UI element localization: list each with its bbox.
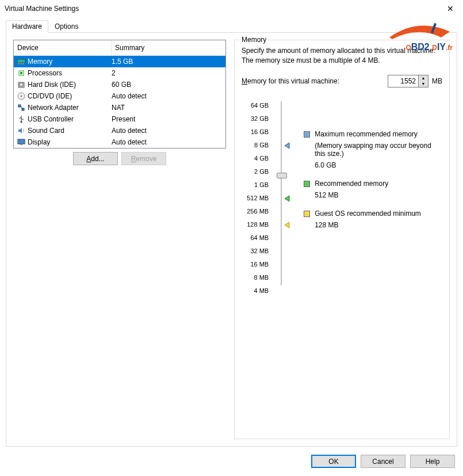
device-summary: Auto detect [112,138,225,146]
memory-label: Memory for this virtual machine: [242,77,339,85]
usb-icon [16,115,26,124]
device-summary: Auto detect [112,92,225,100]
legend-max: Maximum recommended memory (Memory swapp… [304,130,442,169]
device-summary: Present [112,115,225,123]
svg-point-8 [20,83,23,86]
window-title: Virtual Machine Settings [5,5,79,13]
device-row-cddvd[interactable]: CD/DVD (IDE) Auto detect [14,90,225,102]
device-list: Device Summary Memory 1.5 GB Processors … [13,40,226,148]
device-row-memory[interactable]: Memory 1.5 GB [14,56,225,67]
memory-spinner[interactable]: ▲ ▼ [388,75,428,87]
swatch-yellow [304,211,310,217]
tab-hardware[interactable]: Hardware [6,20,48,33]
memory-unit: MB [432,77,442,85]
memory-group: Memory Specify the amount of memory allo… [234,40,450,439]
svg-rect-0 [17,59,25,63]
device-summary: 1.5 GB [112,58,225,66]
memory-description: Specify the amount of memory allocated t… [242,46,442,66]
legend-rec: Recommended memory 512 MB [304,180,442,199]
sound-icon [16,126,26,135]
device-row-sound[interactable]: Sound Card Auto detect [14,125,225,136]
remove-button: Remove [121,152,166,165]
help-button[interactable]: Help [410,455,455,468]
cd-icon [16,92,26,101]
tab-strip: Hardware Options [6,20,457,33]
svg-rect-2 [20,63,21,64]
legend-min: Guest OS recommended minimum 128 MB [304,210,442,229]
device-summary: 2 [112,69,225,77]
device-summary: Auto detect [112,127,225,135]
close-button[interactable]: ✕ [437,0,463,17]
spinner-up[interactable]: ▲ [419,75,428,81]
svg-rect-4 [23,63,24,64]
device-name: Processors [28,69,112,77]
device-row-network[interactable]: Network Adapter NAT [14,102,225,113]
spinner-down[interactable]: ▼ [419,81,428,87]
svg-rect-15 [20,144,22,145]
svg-rect-14 [18,139,25,144]
device-name: Sound Card [28,127,112,135]
device-summary: 60 GB [112,81,225,89]
cpu-icon [16,68,26,78]
device-name: Hard Disk (IDE) [28,81,112,89]
slider-ticks: 64 GB32 GB16 GB 8 GB4 GB2 GB 1 GB512 MB2… [242,99,269,298]
memory-slider[interactable] [274,99,286,295]
cancel-button[interactable]: Cancel [361,455,405,468]
swatch-blue [304,131,310,138]
device-name: Network Adapter [28,104,112,112]
svg-rect-1 [18,63,19,64]
device-row-display[interactable]: Display Auto detect [14,136,225,148]
device-row-usb[interactable]: USB Controller Present [14,113,225,125]
group-legend: Memory [239,36,269,44]
device-row-processors[interactable]: Processors 2 [14,67,225,79]
slider-thumb[interactable] [277,173,287,178]
display-icon [16,138,26,147]
device-name: CD/DVD (IDE) [28,92,112,100]
ok-button[interactable]: OK [311,455,356,468]
device-summary: NAT [112,104,225,112]
svg-point-13 [21,121,22,123]
column-device[interactable]: Device [14,40,112,55]
memory-icon [16,57,26,66]
svg-point-10 [21,96,22,97]
rec-marker-icon [284,195,290,202]
svg-rect-11 [18,105,21,107]
min-marker-icon [284,222,290,229]
memory-input[interactable] [388,75,418,87]
network-icon [16,103,26,112]
device-row-harddisk[interactable]: Hard Disk (IDE) 60 GB [14,79,225,90]
max-marker-icon [284,142,290,149]
column-summary[interactable]: Summary [112,40,225,55]
tab-options[interactable]: Options [48,20,85,33]
device-name: Memory [28,58,112,66]
svg-rect-3 [21,63,22,64]
svg-rect-6 [20,72,22,74]
swatch-green [304,181,310,187]
add-button[interactable]: Add... [73,152,118,165]
disk-icon [16,80,26,89]
device-name: Display [28,138,112,146]
device-name: USB Controller [28,115,112,123]
